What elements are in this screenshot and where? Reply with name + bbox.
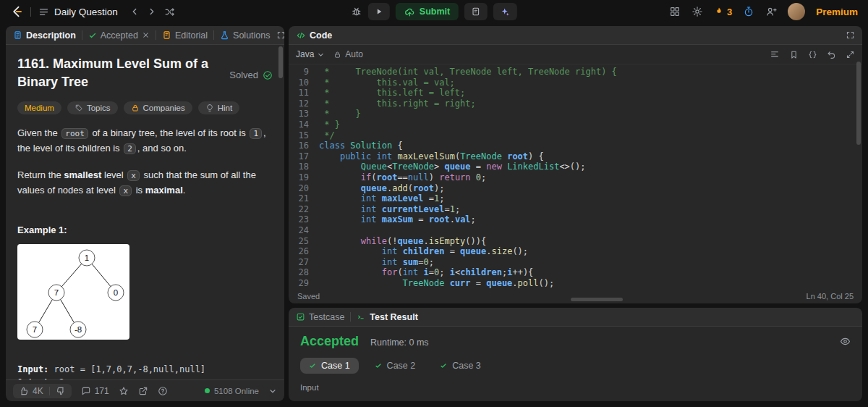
eye-icon[interactable] — [840, 336, 851, 347]
tab-accepted[interactable]: Accepted — [88, 30, 150, 41]
submit-label: Submit — [420, 7, 450, 17]
case-tabs: Case 1 Case 2 Case 3 — [300, 358, 851, 374]
code-line[interactable]: 14 * } — [289, 119, 862, 130]
like-count: 4K — [33, 386, 43, 396]
avatar[interactable] — [788, 3, 805, 20]
language-label: Java — [296, 49, 314, 59]
chevron-down-icon — [317, 51, 325, 59]
svg-text:1: 1 — [85, 253, 89, 262]
online-dot-icon — [205, 388, 210, 393]
streak-counter[interactable]: 3 — [714, 7, 732, 17]
reset-code-icon[interactable] — [827, 50, 836, 59]
code-line[interactable]: 21 int maxLevel =1; — [289, 193, 862, 204]
divider — [156, 30, 156, 40]
code-line[interactable]: 9 * TreeNode(int val, TreeNode left, Tre… — [289, 67, 862, 77]
code-line[interactable]: 13 * } — [289, 109, 862, 119]
maximize-editor-icon[interactable] — [846, 50, 855, 59]
favorite-star-icon[interactable] — [119, 386, 129, 396]
code-line[interactable]: 23 int maxSum = root.val; — [289, 214, 862, 225]
run-button[interactable] — [368, 3, 390, 20]
daily-question-nav[interactable]: Daily Question — [38, 7, 118, 17]
scroll-down-icon[interactable] — [268, 387, 277, 395]
result-status: Accepted — [300, 334, 359, 349]
code-line[interactable]: 15 */ — [289, 130, 862, 141]
code-line[interactable]: 10 * this.val = val; — [289, 77, 862, 88]
code-line[interactable]: 17 public int maxLevelSum(TreeNode root)… — [289, 151, 862, 162]
cursor-position[interactable]: Ln 40, Col 25 — [807, 292, 854, 301]
code-icon — [296, 30, 306, 41]
comments-button[interactable]: 171 — [81, 386, 109, 396]
timer-icon[interactable] — [743, 6, 754, 17]
code-line[interactable]: 20 queue.add(root); — [289, 183, 862, 194]
topbar-right-group: 3 Premium — [669, 3, 858, 20]
terminal-icon — [357, 312, 366, 322]
solved-badge: Solved — [229, 55, 273, 91]
tab-editorial[interactable]: Editorial — [162, 30, 208, 41]
code-line[interactable]: 29 TreeNode curr = queue.poll(); — [289, 278, 862, 289]
code-line[interactable]: 19 if(root==null) return 0; — [289, 172, 862, 183]
code-line[interactable]: 27 int sum=0; — [289, 257, 862, 268]
case-3-tab[interactable]: Case 3 — [431, 358, 490, 374]
expand-panel-icon[interactable] — [846, 30, 855, 40]
expand-panel-icon[interactable] — [276, 30, 285, 40]
next-question-button[interactable] — [147, 7, 157, 17]
bookmark-icon[interactable] — [789, 50, 799, 59]
line-number: 28 — [289, 267, 319, 278]
language-selector[interactable]: Java — [296, 49, 325, 59]
topics-badge[interactable]: Topics — [67, 101, 118, 114]
close-icon[interactable] — [142, 31, 150, 39]
tab-solutions[interactable]: Solutions — [220, 30, 270, 41]
code-line[interactable]: 12 * this.right = right; — [289, 98, 862, 109]
case-2-tab[interactable]: Case 2 — [366, 358, 425, 374]
layout-grid-icon[interactable] — [669, 6, 681, 17]
companies-badge[interactable]: Companies — [124, 101, 192, 114]
tab-description[interactable]: Description — [13, 30, 76, 41]
code-line[interactable]: 16class Solution { — [289, 140, 862, 151]
hint-badge[interactable]: Hint — [198, 101, 239, 114]
tab-code[interactable]: Code — [296, 30, 332, 41]
code-line[interactable]: 28 for(int i=0; i<children;i++){ — [289, 267, 862, 278]
code-editor[interactable]: 9 * TreeNode(int val, TreeNode left, Tre… — [289, 64, 862, 289]
leetcode-logo-icon[interactable] — [10, 5, 23, 18]
code-line[interactable]: 26 int children = queue.size(); — [289, 246, 862, 257]
check-circle-icon — [263, 70, 273, 80]
like-button[interactable]: 4K — [19, 386, 43, 396]
prev-question-button[interactable] — [129, 7, 140, 17]
format-code-icon[interactable] — [770, 49, 780, 59]
line-number: 19 — [289, 172, 319, 183]
ai-assistant-button[interactable] — [493, 3, 517, 20]
line-number: 16 — [289, 140, 319, 151]
line-number: 26 — [289, 246, 319, 257]
shuffle-icon[interactable] — [164, 7, 175, 17]
code-line[interactable]: 18 Queue<TreeNode> queue = new LinkedLis… — [289, 161, 862, 172]
tab-testcase[interactable]: Testcase — [296, 312, 344, 322]
gear-icon[interactable] — [692, 6, 703, 17]
line-number: 23 — [289, 214, 319, 225]
case-label: Case 1 — [321, 361, 350, 371]
lock-icon — [131, 104, 140, 112]
code-line[interactable]: 11 * this.left = left; — [289, 88, 862, 98]
premium-link[interactable]: Premium — [816, 7, 858, 17]
difficulty-badge[interactable]: Medium — [17, 101, 61, 114]
dislike-button[interactable] — [56, 386, 66, 396]
auto-save-indicator[interactable]: Auto — [333, 49, 363, 59]
editor-vertical-scrollbar[interactable] — [856, 62, 861, 145]
line-number: 20 — [289, 183, 319, 194]
debugger-icon[interactable] — [351, 6, 362, 17]
description-scrollbar[interactable] — [278, 46, 283, 78]
add-friend-icon[interactable] — [765, 6, 777, 17]
svg-text:-8: -8 — [75, 325, 82, 334]
notes-button[interactable] — [464, 3, 488, 20]
case-1-tab[interactable]: Case 1 — [300, 358, 359, 374]
feedback-question-icon[interactable] — [158, 386, 168, 396]
editor-horizontal-scrollbar[interactable] — [571, 298, 623, 301]
code-line[interactable]: 25 while(!queue.isEmpty()){ — [289, 236, 862, 247]
share-icon[interactable] — [138, 386, 148, 396]
line-number: 10 — [289, 77, 319, 88]
submit-button[interactable]: Submit — [396, 3, 459, 20]
snippets-braces-icon[interactable] — [808, 50, 817, 59]
tab-label: Test Result — [370, 312, 417, 322]
code-line[interactable]: 24 — [289, 225, 862, 236]
code-line[interactable]: 22 int currentLevel=1; — [289, 204, 862, 215]
tab-test-result[interactable]: Test Result — [357, 312, 417, 322]
